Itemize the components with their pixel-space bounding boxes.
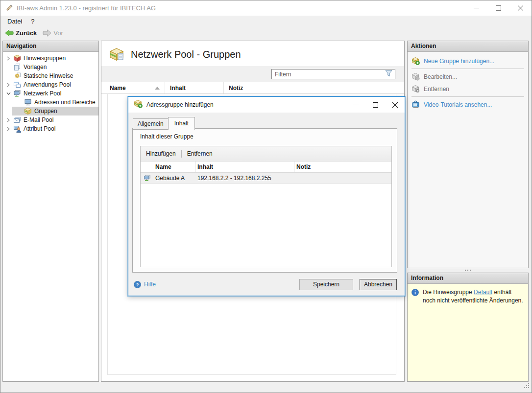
package-edit-disabled-icon [411, 72, 420, 81]
sidebar-item-anwendungs-pool[interactable]: Anwendungs Pool [3, 80, 98, 89]
column-header-notiz[interactable]: Notiz [224, 82, 404, 93]
minimize-button[interactable] [465, 0, 487, 16]
dialog-title: Adressgruppe hinzufügen [146, 101, 346, 108]
navigation-tree: Hinweisgruppen Vorlagen Statische Hinwei… [3, 52, 98, 133]
sidebar-item-gruppen[interactable]: Gruppen [3, 107, 98, 116]
sidebar-item-hinweisgruppen[interactable]: Hinweisgruppen [3, 54, 98, 63]
navigation-header: Navigation [3, 41, 98, 52]
sidebar-item-label: E-Mail Pool [24, 116, 53, 123]
package-add-icon [411, 57, 420, 65]
action-remove[interactable]: Entfernen [408, 83, 528, 95]
menu-datei[interactable]: Datei [3, 16, 26, 27]
expander-collapsed-icon[interactable] [5, 118, 12, 122]
resize-grip-icon[interactable] [523, 382, 530, 391]
expander-expanded-icon[interactable] [5, 92, 12, 95]
tv-icon [411, 100, 420, 109]
action-edit[interactable]: Bearbeiten... [408, 70, 528, 83]
action-label: Video-Tutorials ansehen... [424, 101, 492, 108]
table-row[interactable]: Gebäude A 192.168.2.2 - 192.168.2.255 [141, 173, 391, 184]
templates-icon [13, 63, 21, 71]
list-column-notiz[interactable]: Notiz [294, 162, 391, 172]
sidebar-item-netzwerk-pool[interactable]: Netzwerk Pool [3, 89, 98, 98]
sidebar-item-email-pool[interactable]: E-Mail Pool [3, 116, 98, 124]
list-table-header: Name Inhalt Notiz [141, 162, 391, 173]
page-title: Netzwerk Pool - Gruppen [131, 49, 241, 60]
package-group-icon [24, 107, 32, 115]
info-icon [411, 289, 419, 299]
action-label: Entfernen [424, 86, 449, 92]
add-address-group-dialog: Adressgruppe hinzufügen Allgemein Inhalt… [128, 96, 405, 296]
back-arrow-icon [5, 29, 14, 37]
default-group-link[interactable]: Default [474, 289, 492, 296]
menu-help[interactable]: ? [26, 16, 39, 27]
help-link[interactable]: ? Hilfe [134, 281, 299, 288]
forward-button[interactable]: Vor [40, 27, 66, 39]
sidebar-item-label: Vorlagen [24, 64, 47, 70]
sidebar-item-statische-hinweise[interactable]: Statische Hinweise [3, 71, 98, 80]
list-column-name[interactable]: Name [153, 162, 195, 172]
splitter-grip[interactable] [407, 267, 529, 273]
app-window: IBI-aws Admin 1.23.0 - registriert für I… [0, 0, 532, 393]
status-bar [0, 382, 532, 393]
action-add-group[interactable]: Neue Gruppe hinzufügen... [408, 55, 528, 67]
tab-page-inhalt: Inhalt dieser Gruppe Hinzufügen Entferne… [132, 128, 397, 273]
main-toolbar [101, 66, 404, 82]
close-button[interactable] [509, 0, 532, 16]
row-name: Gebäude A [153, 175, 195, 182]
remove-entry-button[interactable]: Entfernen [182, 146, 218, 161]
info-text-before: Die Hinweisgruppe [423, 289, 474, 296]
title-bar: IBI-aws Admin 1.23.0 - registriert für I… [0, 0, 532, 16]
tab-inhalt[interactable]: Inhalt [168, 117, 195, 130]
package-remove-disabled-icon [411, 85, 420, 93]
column-header-name[interactable]: Name [101, 82, 165, 93]
filter-icon[interactable] [385, 70, 392, 79]
window-title: IBI-aws Admin 1.23.0 - registriert für I… [17, 4, 465, 12]
mail-icon [13, 116, 21, 124]
page-title-icon [110, 47, 125, 62]
cancel-button[interactable]: Abbrechen [360, 279, 397, 290]
back-button[interactable]: Zurück [2, 27, 40, 39]
address-range-icon [144, 175, 151, 182]
maximize-button[interactable] [487, 0, 509, 16]
save-button[interactable]: Speichern [299, 279, 353, 290]
sidebar-item-adressen-und-bereiche[interactable]: Adressen und Bereiche [3, 98, 98, 107]
dialog-package-add-icon [134, 99, 143, 110]
nav-toolbar: Zurück Vor [0, 27, 532, 39]
dialog-maximize-button[interactable] [365, 97, 385, 113]
add-entry-button[interactable]: Hinzufügen [141, 146, 181, 161]
sort-ascending-icon [155, 87, 160, 90]
action-label: Bearbeiten... [424, 73, 457, 80]
forward-label: Vor [53, 29, 63, 37]
selected-item-highlight: Gruppen [12, 107, 98, 116]
information-body: Die Hinweisgruppe Default enthält noch n… [408, 284, 528, 381]
expander-collapsed-icon[interactable] [5, 127, 12, 131]
sidebar-item-label: Netzwerk Pool [24, 90, 61, 97]
user-computer-icon [13, 125, 21, 133]
group-content-list: Hinzufügen Entfernen Name Inhalt Notiz G… [140, 146, 392, 267]
filter-input[interactable] [272, 71, 385, 78]
navigation-panel: Navigation Hinweisgruppen Vorlagen Stati… [2, 41, 99, 382]
sidebar-item-label: Attribut Pool [24, 125, 55, 132]
dialog-minimize-button[interactable] [346, 97, 365, 113]
back-label: Zurück [16, 29, 37, 37]
actions-header: Aktionen [408, 41, 528, 52]
tab-allgemein[interactable]: Allgemein [133, 118, 169, 130]
dialog-close-button[interactable] [385, 97, 405, 113]
content-group-label: Inhalt dieser Gruppe [140, 133, 193, 140]
dialog-title-bar: Adressgruppe hinzufügen [128, 97, 405, 113]
list-toolbar: Hinzufügen Entfernen [141, 146, 391, 162]
dialog-tabs: Allgemein Inhalt [133, 117, 194, 130]
sidebar-item-attribut-pool[interactable]: Attribut Pool [3, 124, 98, 133]
app-windows-icon [13, 81, 21, 89]
separator [411, 96, 524, 97]
expander-collapsed-icon[interactable] [5, 83, 12, 87]
column-header-inhalt[interactable]: Inhalt [165, 82, 224, 93]
action-video-tutorials[interactable]: Video-Tutorials ansehen... [408, 98, 528, 111]
main-table-header: Name Inhalt Notiz [101, 82, 404, 94]
information-panel: Information Die Hinweisgruppe Default en… [407, 273, 529, 382]
expander-collapsed-icon[interactable] [5, 56, 12, 61]
sidebar-item-vorlagen[interactable]: Vorlagen [3, 63, 98, 71]
list-column-inhalt[interactable]: Inhalt [195, 162, 294, 172]
monitor-icon [24, 98, 32, 106]
package-red-icon [13, 54, 21, 62]
